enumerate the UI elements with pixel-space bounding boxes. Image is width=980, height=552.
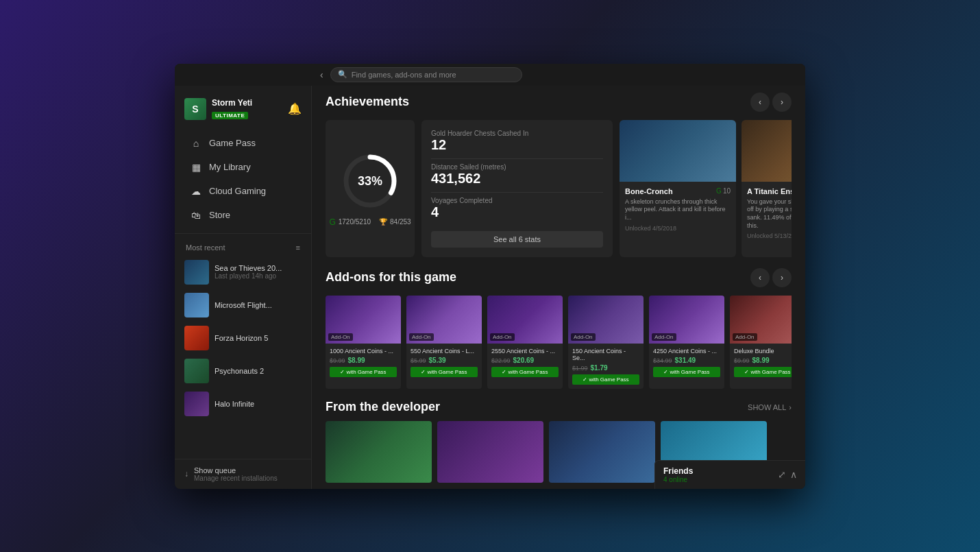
addon-card-4[interactable]: Add-On 150 Ancient Coins - Se... $1.99 $… <box>568 296 644 389</box>
friends-collapse-button[interactable]: ∧ <box>790 469 797 480</box>
sidebar-divider <box>175 233 311 234</box>
addon-badge-2: Add-On <box>409 333 434 341</box>
addon-card-1[interactable]: Add-On 1000 Ancient Coins - ... $9.99 $8… <box>326 296 401 389</box>
dev-game-card-3[interactable] <box>549 421 655 483</box>
recent-item-forza[interactable]: Forza Horizon 5 <box>175 322 311 355</box>
circle-container: 33% <box>339 150 401 212</box>
addon-new-price-4: $1.79 <box>591 364 608 372</box>
addon-price-6: $9.99 $8.99 <box>734 357 792 364</box>
recent-info-5: Halo Infinite <box>215 400 302 408</box>
recent-info-1: Sea or Thieves 20... Last played 14h ago <box>215 264 302 280</box>
stat-value-1: 12 <box>431 137 603 153</box>
addon-card-3[interactable]: Add-On 2550 Ancient Coins - ... $22.99 $… <box>487 296 563 389</box>
show-queue[interactable]: ↓ Show queue Manage recent installations <box>184 466 302 482</box>
show-all-label: SHOW ALL <box>748 403 786 411</box>
profile-name: Storm Yeti <box>212 98 282 108</box>
checkmark-icon-4: ✓ <box>583 376 587 383</box>
stat-row-2: Distance Sailed (metres) 431,562 <box>431 163 603 187</box>
dev-game-card-2[interactable] <box>437 421 543 483</box>
sidebar-item-cloud-gaming[interactable]: ☁ Cloud Gaming <box>179 180 307 203</box>
gamerscore-icon: G <box>329 217 335 227</box>
progress-percent: 33% <box>358 173 382 188</box>
addon-card-2[interactable]: Add-On 550 Ancient Coins - L... $5.99 $5… <box>406 296 482 389</box>
addons-title: Add-ons for this game <box>326 270 456 285</box>
game-pass-label-1: with Game Pass <box>346 369 386 375</box>
menu-icon: ≡ <box>296 243 300 252</box>
recent-item-psychonauts[interactable]: Psychonauts 2 <box>175 355 311 387</box>
achievement-count-value: 84/253 <box>390 218 411 226</box>
most-recent-header: Most recent ≡ <box>175 239 311 256</box>
friends-expand-button[interactable]: ⤢ <box>778 469 786 480</box>
addon-body-2: 550 Ancient Coins - L... $5.99 $5.39 ✓ w… <box>406 344 482 382</box>
addons-header: Add-ons for this game ‹ › <box>326 268 792 287</box>
game-pass-button-5[interactable]: ✓ with Game Pass <box>653 367 720 377</box>
addon-price-1: $9.99 $8.99 <box>330 357 397 364</box>
game-pass-label-6: with Game Pass <box>750 369 790 375</box>
checkmark-icon-3: ✓ <box>502 369 506 375</box>
download-icon: ↓ <box>184 469 188 479</box>
stat-label-3: Voyages Completed <box>431 197 603 204</box>
achievements-prev-button[interactable]: ‹ <box>750 93 770 112</box>
addon-price-4: $1.99 $1.79 <box>572 364 639 372</box>
recent-thumb-2 <box>184 293 209 317</box>
store-icon: 🛍 <box>190 210 202 221</box>
checkmark-icon-2: ✓ <box>421 369 426 375</box>
progress-circle-panel: 33% G 1720/5210 🏆 <box>326 120 415 257</box>
search-placeholder: Find games, add-ons and more <box>352 71 456 79</box>
achievements-header: Achievements ‹ › <box>326 93 792 112</box>
achievement-title-1: Bone-Cronch <box>625 187 673 195</box>
dev-game-card-1[interactable] <box>326 421 432 483</box>
recent-thumb-1 <box>184 260 209 285</box>
achievements-title: Achievements <box>326 95 409 109</box>
game-pass-button-2[interactable]: ✓ with Game Pass <box>411 367 478 377</box>
addon-card-5[interactable]: Add-On 4250 Ancient Coins - ... $34.99 $… <box>649 296 724 389</box>
stat-row-1: Gold Hoarder Chests Cashed In 12 <box>431 130 603 153</box>
sidebar-item-my-library[interactable]: ▦ My Library <box>179 156 307 179</box>
recent-name-2: Microsoft Flight... <box>215 301 302 309</box>
game-pass-label-3: with Game Pass <box>508 369 548 375</box>
game-pass-button-3[interactable]: ✓ with Game Pass <box>491 367 559 377</box>
friends-actions: ⤢ ∧ <box>778 469 797 480</box>
addons-prev-button[interactable]: ‹ <box>750 268 770 287</box>
notification-icon[interactable]: 🔔 <box>288 102 302 115</box>
nav-label-store: Store <box>209 210 230 220</box>
game-pass-label-2: with Game Pass <box>427 369 467 375</box>
g-icon-1: G <box>716 187 722 195</box>
achievements-next-button[interactable]: › <box>772 93 792 112</box>
addon-card-6[interactable]: Add-On Deluxe Bundle $9.99 $8.99 ✓ with … <box>730 296 792 389</box>
addon-body-1: 1000 Ancient Coins - ... $9.99 $8.99 ✓ w… <box>326 344 401 382</box>
addon-body-5: 4250 Ancient Coins - ... $34.99 $31.49 ✓… <box>649 344 724 382</box>
game-pass-button-4[interactable]: ✓ with Game Pass <box>572 374 639 385</box>
addon-badge-6: Add-On <box>733 333 757 341</box>
profile-badge: ULTIMATE <box>212 112 248 119</box>
stat-label-2: Distance Sailed (metres) <box>431 163 603 171</box>
achievement-card-1[interactable]: Bone-Cronch G 10 A skeleton crunches thr… <box>620 120 736 257</box>
nav-label-cloud-gaming: Cloud Gaming <box>209 186 266 196</box>
nav-label-my-library: My Library <box>209 162 251 172</box>
game-pass-button-1[interactable]: ✓ with Game Pass <box>330 367 397 377</box>
game-pass-label-4: with Game Pass <box>589 376 628 383</box>
addon-img-2: Add-On <box>406 296 482 344</box>
achievement-card-2[interactable]: A Titanic Ensemble G 10 You gave your sh… <box>742 120 792 257</box>
search-bar[interactable]: 🔍 Find games, add-ons and more <box>330 67 522 82</box>
show-all-button[interactable]: SHOW ALL › <box>748 403 792 411</box>
show-queue-info: Show queue Manage recent installations <box>194 466 278 482</box>
recent-item-halo[interactable]: Halo Infinite <box>175 387 311 420</box>
recent-item-sea-of-thieves[interactable]: Sea or Thieves 20... Last played 14h ago <box>175 256 311 289</box>
stat-value-2: 431,562 <box>431 171 603 187</box>
recent-item-microsoft-flight[interactable]: Microsoft Flight... <box>175 289 311 322</box>
friends-title: Friends <box>663 466 772 476</box>
achievement-date-2: Unlocked 5/13/2018 <box>747 232 792 239</box>
stat-divider-2 <box>431 192 603 193</box>
addon-img-6: Add-On <box>730 296 792 344</box>
chevron-right-icon: › <box>789 403 792 411</box>
addon-old-price-6: $9.99 <box>734 357 750 364</box>
addons-next-button[interactable]: › <box>772 268 792 287</box>
sidebar-item-store[interactable]: 🛍 Store <box>179 204 307 227</box>
back-button[interactable]: ‹ <box>320 69 323 80</box>
game-pass-button-6[interactable]: ✓ with Game Pass <box>734 367 792 377</box>
see-all-stats-button[interactable]: See all 6 stats <box>431 231 603 248</box>
recent-thumb-3 <box>184 326 209 350</box>
achievement-card-img-1 <box>620 120 736 182</box>
sidebar-item-game-pass[interactable]: ⌂ Game Pass <box>179 132 307 155</box>
